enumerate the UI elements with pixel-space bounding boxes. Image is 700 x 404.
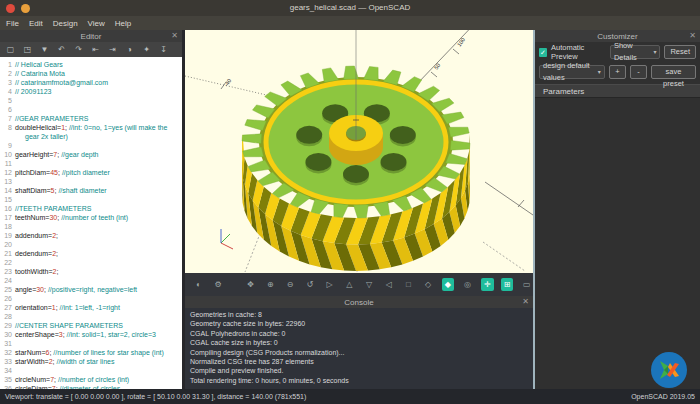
view-back-icon[interactable]: ◇ <box>422 278 435 291</box>
code-line: 6 <box>0 105 182 114</box>
code-line: 28 <box>0 312 182 321</box>
code-line: 18 <box>0 222 182 231</box>
zoom-in-icon[interactable]: ⊕ <box>264 278 277 291</box>
svg-text:-40: -40 <box>223 78 232 88</box>
new-file-icon[interactable]: ▢ <box>4 44 17 56</box>
line-number: 1 <box>0 60 15 69</box>
details-dropdown[interactable]: Show Details ▾ <box>610 45 660 59</box>
code-line: 34 <box>0 366 182 375</box>
line-number: 27 <box>0 303 15 312</box>
menu-view[interactable]: View <box>88 19 105 28</box>
viewport-3d-gear: -4050100 <box>185 30 533 273</box>
render-icon[interactable]: ✦ <box>140 44 153 56</box>
console-line: Compile and preview finished. <box>190 366 528 375</box>
line-number: 23 <box>0 267 15 276</box>
orthogonal-view-icon[interactable]: ▭ <box>520 278 533 291</box>
view-diagonal-icon[interactable]: ◆ <box>442 278 455 291</box>
automatic-preview-label: Automatic Preview <box>551 43 606 61</box>
line-number: 33 <box>0 357 15 366</box>
code-line: 16//TEETH PARAMETERS <box>0 204 182 213</box>
menu-help[interactable]: Help <box>115 19 131 28</box>
code-line: 15 <box>0 195 182 204</box>
viewport-status-text: Viewport: translate = [ 0.00 0.00 0.00 ]… <box>5 393 306 400</box>
console-close-icon[interactable]: ✕ <box>522 296 529 308</box>
code-line: 7//GEAR PARAMETERS <box>0 114 182 123</box>
line-number: 13 <box>0 177 15 186</box>
customizer-panel-title: Customizer <box>597 32 637 41</box>
editor-panel: Editor ✕ ▢◳▼↶↷⇤⇥◑✦↧ 1// Helical Gears2//… <box>0 30 185 389</box>
code-line: 14shaftDiam=5; //shaft diameter <box>0 186 182 195</box>
svg-text:50: 50 <box>433 62 441 70</box>
console-line: Geometry cache size in bytes: 22960 <box>190 319 528 328</box>
line-number: 11 <box>0 159 15 168</box>
code-line: 1// Helical Gears <box>0 60 182 69</box>
save-preset-button[interactable]: save preset <box>651 65 696 79</box>
console-line: Geometries in cache: 8 <box>190 310 528 319</box>
line-number: 5 <box>0 96 15 105</box>
undo-icon[interactable]: ↶ <box>55 44 68 56</box>
remove-preset-button[interactable]: - <box>630 65 647 79</box>
chevron-down-icon: ▾ <box>653 46 656 58</box>
preset-dropdown[interactable]: design default values ▾ <box>539 65 605 79</box>
automatic-preview-checkbox[interactable]: ✓ <box>539 48 547 57</box>
menu-design[interactable]: Design <box>53 19 78 28</box>
code-line: 4// 20091123 <box>0 87 182 96</box>
watermark-logo <box>650 351 688 389</box>
console-output: Geometries in cache: 8Geometry cache siz… <box>185 308 533 389</box>
code-editor[interactable]: 1// Helical Gears2// Catarina Mota3// ca… <box>0 57 182 389</box>
line-number: 28 <box>0 312 15 321</box>
preview-icon[interactable]: ◑ <box>123 44 136 56</box>
code-line: 30centerShape=3; //int: solid=1, star=2,… <box>0 330 182 339</box>
view-right-icon[interactable]: ▷ <box>323 278 336 291</box>
editor-panel-header[interactable]: Editor ✕ <box>0 30 182 42</box>
viewport-toolbar: ◐⚙✥⊕⊖↺▷△▽◁□◇◆◎✛⊞▭ <box>185 273 533 296</box>
view-left-icon[interactable]: ◁ <box>382 278 395 291</box>
save-icon[interactable]: ▼ <box>38 44 51 56</box>
line-number: 20 <box>0 240 15 249</box>
customizer-close-icon[interactable]: ✕ <box>689 30 696 42</box>
code-line: 11 <box>0 159 182 168</box>
view-center-icon[interactable]: ◎ <box>461 278 474 291</box>
console-line: Total rendering time: 0 hours, 0 minutes… <box>190 376 528 385</box>
code-line: 26 <box>0 294 182 303</box>
reset-view-icon[interactable]: ↺ <box>303 278 316 291</box>
redo-icon[interactable]: ↷ <box>72 44 85 56</box>
code-line: 17teethNum=30; //number of teeth (int) <box>0 213 182 222</box>
code-line: 22 <box>0 258 182 267</box>
show-scale-markers-icon[interactable]: ⊞ <box>501 278 514 291</box>
customizer-panel: Customizer ✕ ✓ Automatic Preview Show De… <box>535 30 700 389</box>
viewport-3d[interactable]: -4050100 <box>185 30 533 273</box>
menu-edit[interactable]: Edit <box>29 19 43 28</box>
render-icon[interactable]: ⚙ <box>212 278 225 291</box>
menu-file[interactable]: File <box>6 19 19 28</box>
unindent-icon[interactable]: ⇤ <box>89 44 102 56</box>
preview-icon[interactable]: ◐ <box>192 278 205 291</box>
customizer-panel-header[interactable]: Customizer ✕ <box>535 30 700 42</box>
window-title: gears_helical.scad — OpenSCAD <box>0 0 700 16</box>
code-line: 23toothWidth=2; <box>0 267 182 276</box>
export-stl-icon[interactable]: ↧ <box>157 44 170 56</box>
view-front-icon[interactable]: □ <box>402 278 415 291</box>
line-number: 18 <box>0 222 15 231</box>
code-line: 19addendum=2; <box>0 231 182 240</box>
line-number: 21 <box>0 249 15 258</box>
view-all-icon[interactable]: ✥ <box>244 278 257 291</box>
line-number: 35 <box>0 375 15 384</box>
show-axes-icon[interactable]: ✛ <box>481 278 494 291</box>
code-line: 3// catarinamfmota@gmail.com <box>0 78 182 87</box>
open-file-icon[interactable]: ◳ <box>21 44 34 56</box>
line-number: 7 <box>0 114 15 123</box>
reset-button[interactable]: Reset <box>664 45 696 59</box>
code-line: 2// Catarina Mota <box>0 69 182 78</box>
indent-icon[interactable]: ⇥ <box>106 44 119 56</box>
add-preset-button[interactable]: + <box>609 65 626 79</box>
zoom-out-icon[interactable]: ⊖ <box>284 278 297 291</box>
console-panel-header[interactable]: Console ✕ <box>185 296 533 308</box>
view-bottom-icon[interactable]: ▽ <box>363 278 376 291</box>
line-number: 3 <box>0 78 15 87</box>
line-number: 26 <box>0 294 15 303</box>
line-number: 9 <box>0 141 15 150</box>
line-number: 17 <box>0 213 15 222</box>
editor-close-icon[interactable]: ✕ <box>171 30 178 42</box>
view-top-icon[interactable]: △ <box>343 278 356 291</box>
